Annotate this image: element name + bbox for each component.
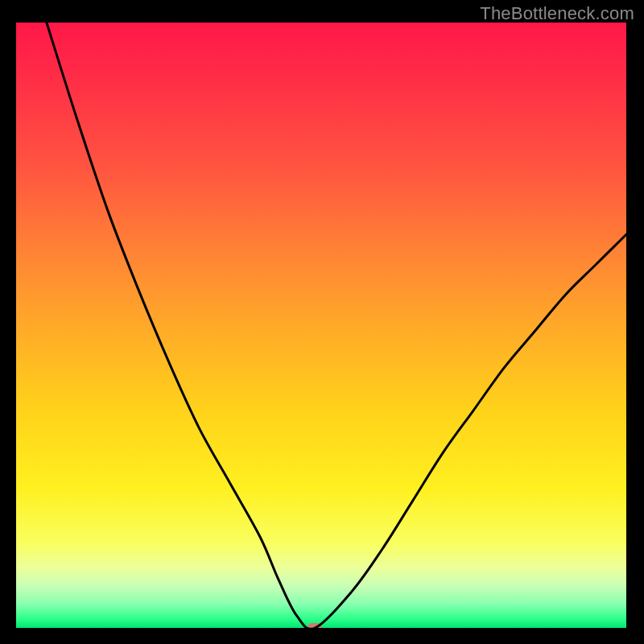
bottleneck-curve	[16, 23, 626, 628]
watermark-text: TheBottleneck.com	[480, 3, 634, 24]
curve-path	[47, 23, 626, 628]
plot-area	[16, 23, 626, 628]
chart-frame: TheBottleneck.com	[0, 0, 644, 644]
